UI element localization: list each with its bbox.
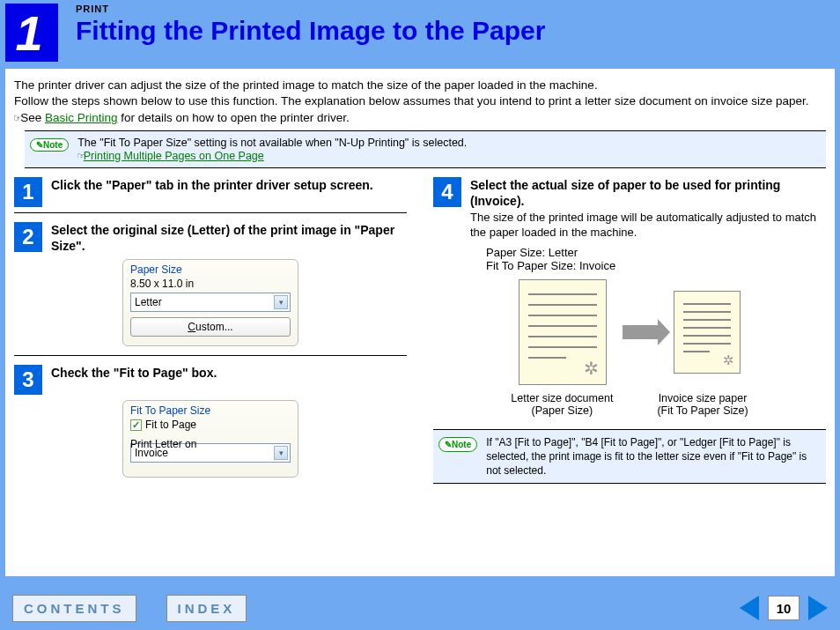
note-top-text: The "Fit To Paper Size" setting is not a… bbox=[77, 137, 467, 149]
step-1: 1 Click the "Paper" tab in the printer d… bbox=[14, 177, 407, 207]
paper-size-panel: Paper Size 8.50 x 11.0 in Letter ▾ CCust… bbox=[122, 259, 298, 346]
paper-dims: 8.50 x 11.0 in bbox=[130, 278, 291, 290]
see-prefix: See bbox=[20, 111, 45, 124]
arrow-right-icon bbox=[623, 325, 658, 339]
divider bbox=[14, 212, 407, 213]
right-column: 4 Select the actual size of paper to be … bbox=[433, 177, 826, 486]
step-number: 4 bbox=[433, 177, 461, 207]
index-button[interactable]: INDEX bbox=[166, 595, 247, 622]
note-bottom: ✎Note If "A3 [Fit to Page]", "B4 [Fit to… bbox=[433, 429, 826, 485]
caption-invoice: Invoice size paper(Fit To Paper Size) bbox=[657, 392, 748, 417]
page-footer: CONTENTS INDEX 10 bbox=[0, 586, 840, 630]
note-badge: ✎Note bbox=[30, 138, 69, 152]
contents-button[interactable]: CONTENTS bbox=[12, 595, 136, 622]
prev-page-button[interactable] bbox=[740, 596, 759, 620]
step-4: 4 Select the actual size of paper to be … bbox=[433, 177, 826, 241]
step-number: 2 bbox=[14, 222, 42, 252]
section-label: PRINT bbox=[76, 4, 545, 14]
chevron-down-icon: ▾ bbox=[274, 295, 288, 309]
fit-label: Fit To Paper Size bbox=[130, 404, 291, 417]
result-line1: Paper Size: Letter bbox=[486, 246, 826, 259]
resize-diagram: ✲ ✲ bbox=[433, 279, 826, 385]
left-column: 1 Click the "Paper" tab in the printer d… bbox=[14, 177, 407, 486]
step-2-title: Select the original size (Letter) of the… bbox=[51, 222, 407, 254]
basic-printing-link[interactable]: Basic Printing bbox=[45, 111, 118, 124]
page-header: 1 PRINT Fitting the Printed Image to the… bbox=[0, 0, 840, 69]
divider bbox=[14, 355, 407, 356]
fit-checkbox-label: Fit to Page bbox=[145, 419, 196, 431]
result-labels: Paper Size: Letter Fit To Paper Size: In… bbox=[486, 246, 826, 272]
tree-icon: ✲ bbox=[723, 352, 734, 368]
next-page-button[interactable] bbox=[808, 596, 828, 620]
print-on-label: Print Letter on bbox=[130, 438, 196, 450]
custom-button[interactable]: CCustom...ustom... bbox=[130, 317, 291, 337]
diagram-captions: Letter size document(Paper Size) Invoice… bbox=[433, 392, 826, 417]
intro-paragraph: The printer driver can adjust the size o… bbox=[14, 78, 826, 127]
header-text: PRINT Fitting the Printed Image to the P… bbox=[76, 4, 545, 46]
paper-size-dropdown[interactable]: Letter ▾ bbox=[130, 293, 291, 312]
fit-to-page-checkbox[interactable]: ✓ bbox=[130, 419, 142, 431]
tree-icon: ✲ bbox=[584, 358, 599, 379]
chapter-number: 1 bbox=[5, 4, 58, 62]
page-number: 10 bbox=[768, 596, 799, 620]
invoice-sheet-icon: ✲ bbox=[674, 291, 741, 374]
step-number: 3 bbox=[14, 365, 42, 395]
step-3-title: Check the "Fit to Page" box. bbox=[51, 365, 217, 381]
paper-size-selected: Letter bbox=[135, 296, 162, 308]
paper-size-label: Paper Size bbox=[130, 263, 291, 276]
fit-to-page-panel: Fit To Paper Size ✓ Fit to Page Print Le… bbox=[122, 400, 298, 478]
step-4-title: Select the actual size of paper to be us… bbox=[470, 177, 826, 209]
letter-sheet-icon: ✲ bbox=[519, 279, 607, 385]
caption-letter: Letter size document(Paper Size) bbox=[511, 392, 613, 417]
content-area: The printer driver can adjust the size o… bbox=[5, 69, 835, 576]
step-4-body: The size of the printed image will be au… bbox=[470, 211, 826, 241]
step-3: 3 Check the "Fit to Page" box. bbox=[14, 365, 407, 395]
note-top: ✎Note The "Fit To Paper Size" setting is… bbox=[25, 130, 826, 168]
intro-line2: Follow the steps shown below to use this… bbox=[14, 94, 809, 107]
intro-line1: The printer driver can adjust the size o… bbox=[14, 78, 598, 92]
step-1-title: Click the "Paper" tab in the printer dri… bbox=[51, 177, 373, 193]
result-line2: Fit To Paper Size: Invoice bbox=[486, 259, 826, 272]
step-2: 2 Select the original size (Letter) of t… bbox=[14, 222, 407, 254]
chevron-down-icon: ▾ bbox=[274, 446, 288, 460]
see-suffix: for details on how to open the printer d… bbox=[117, 111, 349, 124]
page-title: Fitting the Printed Image to the Paper bbox=[76, 16, 545, 46]
note-bottom-text: If "A3 [Fit to Page]", "B4 [Fit to Page]… bbox=[486, 435, 821, 478]
nup-link[interactable]: Printing Multiple Pages on One Page bbox=[84, 150, 264, 162]
step-number: 1 bbox=[14, 177, 42, 207]
note-badge: ✎Note bbox=[438, 437, 477, 453]
